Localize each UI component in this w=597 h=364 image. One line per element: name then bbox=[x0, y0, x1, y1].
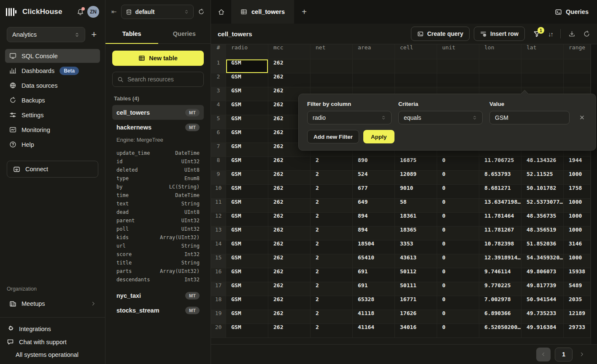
cell-lat[interactable]: 49.735233 bbox=[521, 310, 564, 324]
database-selector[interactable]: default bbox=[121, 5, 194, 19]
cell-unit[interactable]: 0 bbox=[437, 240, 479, 254]
cell-lat[interactable]: 50.101782 bbox=[521, 185, 564, 199]
current-page-indicator[interactable]: 1 bbox=[555, 348, 573, 361]
cell-radio[interactable]: GSM bbox=[226, 240, 268, 254]
cell-mcc[interactable]: 262 bbox=[268, 171, 311, 185]
footer-item-all-systems-operational[interactable]: All systems operational bbox=[7, 351, 98, 358]
footer-item-integrations[interactable]: Integrations bbox=[7, 325, 98, 332]
refresh-button[interactable] bbox=[583, 30, 590, 38]
cell-unit[interactable]: 0 bbox=[437, 324, 479, 338]
cell-lon[interactable]: 10.782398 bbox=[479, 240, 521, 254]
collapse-panel-icon[interactable]: ⇤ bbox=[111, 8, 117, 16]
cell-range[interactable] bbox=[564, 59, 591, 73]
row-number[interactable]: 1 bbox=[211, 59, 226, 73]
cell-unit[interactable]: 0 bbox=[437, 268, 479, 282]
column-header-radio[interactable]: radio bbox=[226, 44, 268, 59]
cell-area[interactable]: 524 bbox=[353, 171, 395, 185]
cell-net[interactable]: 2 bbox=[311, 268, 353, 282]
row-number[interactable]: 16 bbox=[211, 268, 226, 282]
cell-lat[interactable]: 49.806073 bbox=[521, 268, 564, 282]
cell-radio[interactable]: GSM bbox=[226, 157, 268, 171]
previous-page-button[interactable] bbox=[536, 348, 551, 361]
cell-cell[interactable]: 18365 bbox=[395, 226, 437, 240]
row-number[interactable]: 10 bbox=[211, 185, 226, 199]
row-number[interactable]: 13 bbox=[211, 226, 226, 240]
row-number[interactable]: 2 bbox=[211, 73, 226, 87]
cell-range[interactable]: 1000 bbox=[564, 226, 591, 240]
cell-range[interactable]: 15938 bbox=[564, 268, 591, 282]
next-page-button[interactable] bbox=[577, 352, 587, 357]
scrollbar-gutter[interactable] bbox=[591, 44, 597, 344]
row-number[interactable]: 9 bbox=[211, 171, 226, 185]
cell-net[interactable] bbox=[311, 73, 353, 87]
cell-lat[interactable]: 52.11525 bbox=[521, 171, 564, 185]
column-header-net[interactable]: net bbox=[311, 44, 353, 59]
cell-radio[interactable]: GSM bbox=[226, 213, 268, 226]
cell-lon[interactable]: 6.890366 bbox=[479, 310, 521, 324]
notifications-bell-icon[interactable] bbox=[77, 8, 84, 16]
cell-cell[interactable]: 12089 bbox=[395, 171, 437, 185]
cell-radio[interactable]: GSM bbox=[226, 268, 268, 282]
cell-net[interactable]: 2 bbox=[311, 157, 353, 171]
cell-unit[interactable]: 0 bbox=[437, 282, 479, 296]
cell-lon[interactable]: 9.746114 bbox=[479, 268, 521, 282]
filter-value-field[interactable] bbox=[489, 111, 570, 124]
cell-radio[interactable]: GSM bbox=[226, 73, 268, 87]
cell-mcc[interactable]: 262 bbox=[268, 296, 311, 310]
cell-radio[interactable]: GSM bbox=[226, 101, 268, 115]
cell-area[interactable]: 18504 bbox=[353, 240, 395, 254]
column-header-lon[interactable]: lon bbox=[479, 44, 521, 59]
cell-range[interactable]: 1000 bbox=[564, 171, 591, 185]
cell-mcc[interactable]: 262 bbox=[268, 157, 311, 171]
sidebar-item-help[interactable]: Help bbox=[5, 138, 100, 151]
cell-radio[interactable]: GSM bbox=[226, 254, 268, 268]
column-header-rownum[interactable]: # bbox=[211, 44, 226, 59]
queries-button[interactable]: Queries bbox=[546, 0, 597, 24]
row-number[interactable]: 19 bbox=[211, 310, 226, 324]
cell-range[interactable]: 1000 bbox=[564, 199, 591, 213]
cell-radio[interactable]: GSM bbox=[226, 171, 268, 185]
row-number[interactable]: 4 bbox=[211, 101, 226, 115]
cell-area[interactable]: 649 bbox=[353, 199, 395, 213]
sidebar-item-monitoring[interactable]: Monitoring bbox=[5, 123, 100, 137]
avatar[interactable]: ZN bbox=[87, 6, 99, 18]
cell-lat[interactable]: 48.356735 bbox=[521, 213, 564, 226]
cell-net[interactable]: 2 bbox=[311, 171, 353, 185]
cell-mcc[interactable]: 262 bbox=[268, 199, 311, 213]
add-workspace-button[interactable]: + bbox=[89, 30, 98, 39]
cell-lon[interactable]: 7.002978 bbox=[479, 296, 521, 310]
cell-mcc[interactable]: 262 bbox=[268, 268, 311, 282]
new-table-button[interactable]: New table bbox=[112, 51, 204, 66]
cell-lat[interactable]: 48.134326 bbox=[521, 157, 564, 171]
cell-net[interactable]: 2 bbox=[311, 226, 353, 240]
cell-unit[interactable] bbox=[437, 73, 479, 87]
cell-area[interactable]: 890 bbox=[353, 157, 395, 171]
cell-cell[interactable]: 16771 bbox=[395, 296, 437, 310]
cell-range[interactable]: 1000 bbox=[564, 254, 591, 268]
cell-radio[interactable]: GSM bbox=[226, 185, 268, 199]
cell-range[interactable]: 1758 bbox=[564, 185, 591, 199]
cell-area[interactable]: 691 bbox=[353, 268, 395, 282]
cell-range[interactable]: 12189 bbox=[564, 310, 591, 324]
cell-radio[interactable]: GSM bbox=[226, 129, 268, 143]
cell-lon[interactable]: 11.706725 bbox=[479, 157, 521, 171]
cell-net[interactable]: 2 bbox=[311, 324, 353, 338]
cell-lon[interactable] bbox=[479, 73, 521, 87]
home-button[interactable] bbox=[211, 0, 231, 24]
cell-mcc[interactable]: 262 bbox=[268, 254, 311, 268]
cell-cell[interactable]: 50111 bbox=[395, 282, 437, 296]
table-item-stocks_stream[interactable]: stocks_stream MT bbox=[112, 303, 204, 318]
cell-lat[interactable]: 49.817739 bbox=[521, 282, 564, 296]
remove-filter-button[interactable] bbox=[579, 115, 585, 120]
cell-range[interactable]: 29733 bbox=[564, 324, 591, 338]
cell-radio[interactable]: GSM bbox=[226, 226, 268, 240]
cell-lat[interactable]: 48.356519 bbox=[521, 226, 564, 240]
cell-lon[interactable]: 9.770225 bbox=[479, 282, 521, 296]
cell-mcc[interactable]: 262 bbox=[268, 310, 311, 324]
cell-radio[interactable]: GSM bbox=[226, 324, 268, 338]
cell-lat[interactable]: 52.5373077… bbox=[521, 199, 564, 213]
connect-button[interactable]: Connect bbox=[7, 161, 98, 178]
cell-net[interactable]: 2 bbox=[311, 199, 353, 213]
column-header-range[interactable]: range bbox=[564, 44, 591, 59]
cell-area[interactable]: 41164 bbox=[353, 324, 395, 338]
